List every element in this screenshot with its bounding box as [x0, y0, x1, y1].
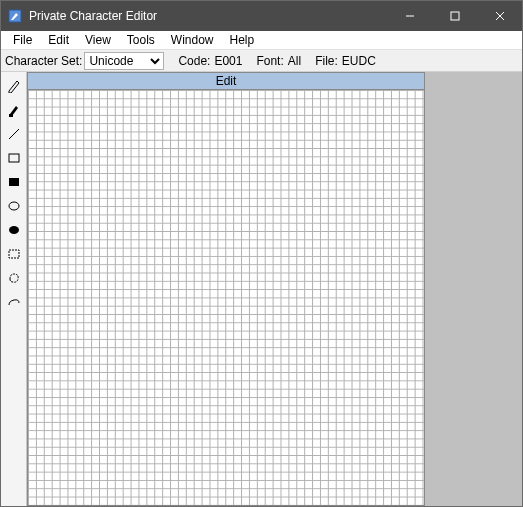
- svg-rect-7: [9, 154, 19, 162]
- menu-view[interactable]: View: [77, 31, 119, 49]
- menu-file[interactable]: File: [5, 31, 40, 49]
- file-value: EUDC: [342, 54, 376, 68]
- menu-edit[interactable]: Edit: [40, 31, 77, 49]
- free-select-icon: [7, 271, 21, 285]
- ellipse-outline-icon: [7, 199, 21, 213]
- ellipse-fill-icon: [7, 223, 21, 237]
- code-value: E001: [214, 54, 242, 68]
- menu-window[interactable]: Window: [163, 31, 222, 49]
- font-value: All: [288, 54, 301, 68]
- minimize-button[interactable]: [387, 1, 432, 31]
- rect-fill-tool[interactable]: [3, 171, 25, 193]
- canvas-frame: Edit: [27, 72, 425, 506]
- svg-rect-5: [9, 114, 13, 117]
- svg-point-10: [9, 226, 19, 234]
- close-button[interactable]: [477, 1, 522, 31]
- toolbox: [1, 72, 27, 506]
- edit-grid[interactable]: [28, 90, 424, 505]
- canvas-header: Edit: [28, 73, 424, 90]
- brush-icon: [7, 103, 21, 117]
- right-gutter: [425, 72, 522, 506]
- app-icon: [7, 8, 23, 24]
- svg-line-6: [9, 129, 19, 139]
- ellipse-fill-tool[interactable]: [3, 219, 25, 241]
- rect-select-icon: [7, 247, 21, 261]
- menu-help[interactable]: Help: [222, 31, 263, 49]
- free-select-tool[interactable]: [3, 267, 25, 289]
- line-tool[interactable]: [3, 123, 25, 145]
- eraser-tool[interactable]: [3, 291, 25, 313]
- pencil-tool[interactable]: [3, 75, 25, 97]
- pencil-icon: [7, 79, 21, 93]
- charset-label: Character Set:: [5, 54, 82, 68]
- svg-rect-2: [451, 12, 459, 20]
- menu-tools[interactable]: Tools: [119, 31, 163, 49]
- canvas-container: Edit: [27, 72, 425, 506]
- font-label: Font:: [256, 54, 283, 68]
- file-label: File:: [315, 54, 338, 68]
- eraser-icon: [7, 295, 21, 309]
- svg-rect-11: [9, 250, 19, 258]
- line-icon: [7, 127, 21, 141]
- window-title: Private Character Editor: [29, 9, 387, 23]
- menubar: File Edit View Tools Window Help: [1, 31, 522, 51]
- infobar: Character Set: Unicode Code: E001 Font: …: [1, 50, 522, 72]
- rect-outline-tool[interactable]: [3, 147, 25, 169]
- ellipse-outline-tool[interactable]: [3, 195, 25, 217]
- titlebar: Private Character Editor: [1, 1, 522, 31]
- charset-select[interactable]: Unicode: [84, 52, 164, 70]
- rect-fill-icon: [7, 175, 21, 189]
- window-controls: [387, 1, 522, 31]
- rect-outline-icon: [7, 151, 21, 165]
- svg-point-9: [9, 202, 19, 210]
- brush-tool[interactable]: [3, 99, 25, 121]
- svg-rect-8: [9, 178, 19, 186]
- code-label: Code:: [178, 54, 210, 68]
- workarea: Edit: [1, 72, 522, 506]
- app-window: Private Character Editor File Edit View …: [0, 0, 523, 507]
- rect-select-tool[interactable]: [3, 243, 25, 265]
- maximize-button[interactable]: [432, 1, 477, 31]
